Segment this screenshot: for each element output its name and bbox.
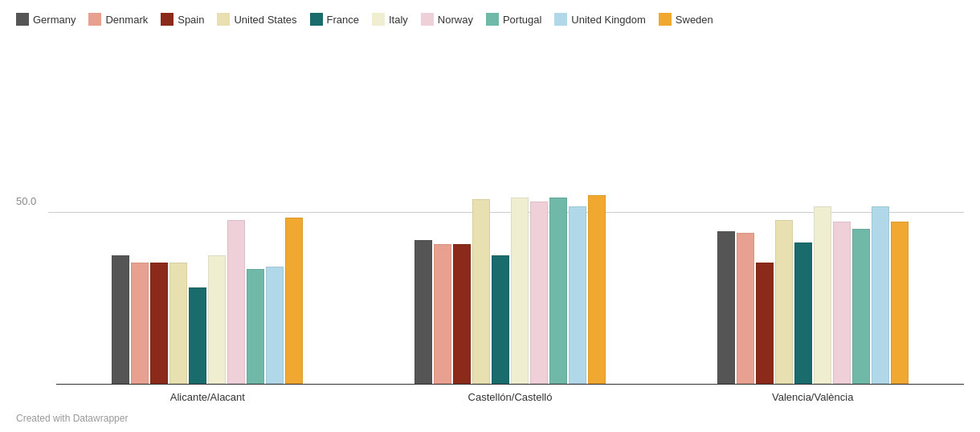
bar <box>434 244 451 384</box>
legend-item: Portugal <box>486 13 541 26</box>
bar <box>588 195 606 384</box>
x-axis <box>56 384 964 385</box>
bar <box>414 240 432 384</box>
legend-label: Denmark <box>105 14 148 26</box>
legend-label: Norway <box>438 14 473 26</box>
bars-row <box>56 218 359 384</box>
legend-swatch <box>217 13 230 26</box>
bar <box>285 218 303 384</box>
bar <box>530 202 548 384</box>
x-labels: Alicante/AlacantCastellón/CastellóValenc… <box>16 391 964 403</box>
bar <box>169 263 187 384</box>
legend-swatch <box>372 13 385 26</box>
legend-label: United Kingdom <box>571 14 646 26</box>
legend-item: Germany <box>16 13 76 26</box>
x-axis-label: Alicante/Alacant <box>56 391 359 403</box>
legend-swatch <box>659 13 672 26</box>
bar <box>511 198 529 384</box>
bar-group <box>56 218 359 384</box>
legend-label: Germany <box>33 14 76 26</box>
bar <box>112 255 129 384</box>
legend-label: France <box>327 14 359 26</box>
legend-item: Sweden <box>659 13 713 26</box>
bar <box>775 220 793 384</box>
legend-item: Spain <box>161 13 204 26</box>
bar <box>549 198 567 384</box>
bar <box>208 255 226 384</box>
legend-item: Italy <box>372 13 408 26</box>
bar <box>852 229 870 384</box>
legend-swatch <box>88 13 101 26</box>
bar <box>472 199 490 384</box>
bar <box>569 206 586 384</box>
legend-label: Sweden <box>676 14 713 26</box>
bar <box>756 263 774 384</box>
legend-item: Norway <box>421 13 473 26</box>
chart-container: GermanyDenmarkSpainUnited StatesFranceIt… <box>0 0 980 432</box>
legend-swatch <box>554 13 567 26</box>
bar <box>737 233 754 384</box>
bar <box>833 222 851 384</box>
bar-group <box>359 195 662 384</box>
legend-label: Portugal <box>503 14 541 26</box>
legend-item: Denmark <box>88 13 148 26</box>
bar <box>872 206 889 384</box>
legend: GermanyDenmarkSpainUnited StatesFranceIt… <box>16 13 964 26</box>
bar <box>814 206 831 384</box>
legend-item: France <box>310 13 359 26</box>
bars-area <box>16 42 964 384</box>
bar <box>131 263 149 384</box>
bar <box>247 269 264 384</box>
legend-label: Spain <box>178 14 204 26</box>
chart-area: 50.0 Alicante/AlacantCastellón/CastellóV… <box>16 42 964 403</box>
legend-swatch <box>486 13 499 26</box>
legend-item: United Kingdom <box>554 13 646 26</box>
chart-body: 50.0 <box>16 42 964 384</box>
bar <box>891 222 909 384</box>
bar <box>492 255 509 384</box>
x-axis-label: Castellón/Castelló <box>359 391 662 403</box>
bar <box>266 267 284 384</box>
legend-label: United States <box>234 14 296 26</box>
footer: Created with Datawrapper <box>16 413 964 424</box>
legend-swatch <box>421 13 434 26</box>
bars-row <box>661 206 964 384</box>
bar <box>453 244 471 384</box>
legend-label: Italy <box>389 14 408 26</box>
legend-swatch <box>310 13 323 26</box>
legend-swatch <box>16 13 29 26</box>
legend-swatch <box>161 13 174 26</box>
bar <box>227 220 245 384</box>
bar <box>189 287 206 384</box>
bars-row <box>359 195 662 384</box>
bar-group <box>661 206 964 384</box>
x-axis-label: Valencia/València <box>661 391 964 403</box>
legend-item: United States <box>217 13 296 26</box>
bar <box>717 231 735 384</box>
bar <box>794 242 812 384</box>
bar <box>150 263 168 384</box>
